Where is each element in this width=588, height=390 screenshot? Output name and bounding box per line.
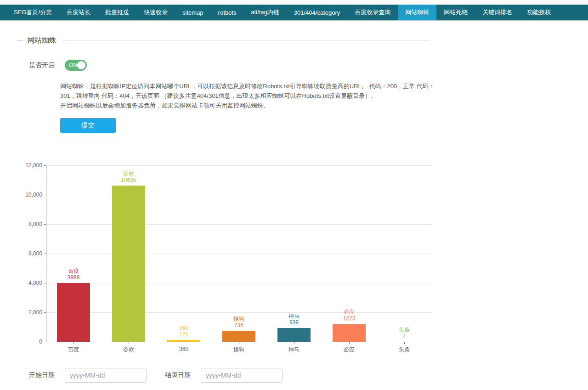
y-axis-tick-label: 2,000 [18,309,42,316]
x-axis-tick [129,342,129,344]
page-title: 网站蜘蛛 [27,36,60,45]
y-axis-tick-label: 12,000 [18,162,42,169]
top-navigation: SEO首页/分类百度站长批量推送快速收录sitemaprotbotsalt/ta… [0,5,588,20]
nav-tab-7[interactable]: alt/tag内链 [243,5,286,20]
bar-谷歌 [112,186,145,342]
switch-knob [77,61,85,69]
nav-tab-6[interactable]: rotbots [211,5,244,20]
nav-tab-13[interactable]: 功能授权 [520,5,558,20]
nav-tab-5[interactable]: sitemap [175,5,211,20]
nav-tab-10[interactable]: 网站蜘蛛 [398,5,436,20]
x-axis-category-label: 神马 [266,346,322,354]
description-text: 网站蜘蛛，是根据蜘蛛IP定位访问本网站哪个URL，可以根据该信息及时修改Robo… [60,81,436,110]
bar-必应 [333,324,366,342]
bar-百度 [57,283,90,342]
y-axis-tick-label: 6,000 [18,250,42,257]
y-gridline [46,195,432,195]
nav-tab-2[interactable]: 百度站长 [59,5,98,20]
x-axis-tick [184,342,184,344]
nav-tab-8[interactable]: 301/404/category [287,5,347,20]
start-date-input[interactable] [65,368,147,383]
y-gridline [46,283,432,283]
x-axis-category-label: 头条 [377,346,432,354]
title-dash-line [17,40,23,41]
y-axis-line [46,165,46,342]
nav-tab-12[interactable]: 关键词排名 [475,5,520,20]
bar-value-label-谷歌: 谷歌10635 [101,170,156,183]
x-axis-category-label: 360 [156,346,211,352]
y-axis-tick-label: 4,000 [18,280,42,286]
x-axis-category-label: 搜狗 [211,346,266,354]
bar-value-label-搜狗: 搜狗736 [211,316,266,328]
end-date-label: 结束日期 [165,371,191,379]
description-paragraph-2: 开启网站蜘蛛以后会增加服务器负荷，如果觉得网站卡顿可关闭监控网站蜘蛛。 [60,101,436,110]
bar-value-label-百度: 百度3988 [46,268,101,281]
y-gridline [46,254,432,254]
x-axis-category-label: 必应 [322,346,377,354]
start-date-label: 开始日期 [29,371,55,379]
bar-神马 [277,328,311,342]
enable-toggle-label: 是否开启 [29,61,55,69]
bar-value-label-神马: 神马939 [266,313,322,326]
x-axis-tick [239,342,239,344]
x-axis-tick [349,342,350,344]
nav-tab-11[interactable]: 网站死链 [436,5,475,20]
bar-value-label-360: 360121 [156,325,211,338]
bar-360 [167,340,200,342]
end-date-input[interactable] [201,368,283,383]
nav-tab-1[interactable]: SEO首页/分类 [6,5,59,20]
nav-tab-4[interactable]: 快速收录 [136,5,175,20]
title-rule-line [63,40,430,41]
description-paragraph-1: 网站蜘蛛，是根据蜘蛛IP定位访问本网站哪个URL，可以根据该信息及时修改Robo… [60,81,436,101]
x-axis-tick [74,342,74,344]
x-axis-tick [294,342,294,344]
y-gridline [46,224,432,225]
bar-value-label-必应: 必应1223 [322,309,377,322]
nav-tab-3[interactable]: 批量推送 [98,5,136,20]
spider-visits-bar-chart: 02,0004,0006,0008,00010,00012,000百度3988百… [28,161,441,356]
y-axis-tick-label: 10,000 [18,192,42,198]
y-gridline [46,165,432,166]
switch-on-label: ON [69,62,78,68]
x-axis-tick [404,342,405,344]
bar-value-label-头条: 头条4 [377,327,432,339]
nav-tab-9[interactable]: 百度收录查询 [347,5,398,20]
bar-搜狗 [222,331,255,342]
date-filter-row: 开始日期 结束日期 [29,368,283,383]
enable-switch[interactable]: ON [65,60,87,71]
y-axis-tick-label: 8,000 [18,221,42,227]
y-axis-tick-label: 0 [18,339,42,345]
submit-button[interactable]: 提交 [60,118,116,133]
enable-toggle-row: 是否开启 ON [29,60,87,71]
x-axis-category-label: 百度 [46,346,101,354]
x-axis-category-label: 谷歌 [101,346,156,354]
section-title-row: 网站蜘蛛 [17,36,430,45]
